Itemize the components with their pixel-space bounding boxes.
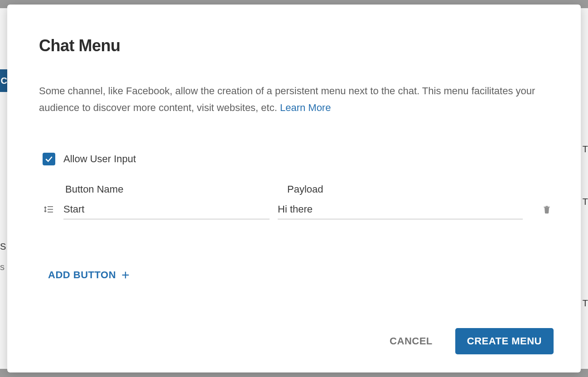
add-button-label: ADD BUTTON: [48, 269, 116, 281]
background-active-tab: C: [0, 69, 7, 92]
add-button-row: ADD BUTTON: [48, 269, 554, 281]
sort-icon: [43, 204, 54, 215]
allow-user-input-row: Allow User Input: [43, 153, 554, 165]
allow-user-input-label: Allow User Input: [63, 153, 136, 165]
fields-header-row: Button Name Payload: [65, 184, 554, 195]
add-button[interactable]: ADD BUTTON: [48, 269, 130, 281]
background-text-fragment: S: [0, 242, 6, 252]
modal-actions: CANCEL CREATE MENU: [39, 310, 554, 354]
modal-title: Chat Menu: [39, 36, 554, 55]
background-text-fragment: T: [583, 144, 588, 155]
create-menu-button[interactable]: CREATE MENU: [455, 328, 554, 354]
background-text-fragment: T: [583, 197, 588, 207]
background-text-fragment: T: [583, 298, 588, 309]
chat-menu-modal: Chat Menu Some channel, like Facebook, a…: [7, 5, 581, 372]
allow-user-input-checkbox[interactable]: [43, 153, 55, 165]
check-icon: [44, 155, 53, 164]
trash-icon: [542, 204, 551, 214]
delete-row-button[interactable]: [540, 203, 554, 216]
drag-handle[interactable]: [43, 203, 55, 216]
learn-more-link[interactable]: Learn More: [280, 102, 331, 113]
background-text-fragment: s: [0, 262, 5, 272]
plus-icon: [120, 270, 130, 280]
modal-description: Some channel, like Facebook, allow the c…: [39, 82, 554, 116]
payload-header: Payload: [287, 184, 554, 195]
button-name-header: Button Name: [65, 184, 274, 195]
button-name-input[interactable]: [63, 200, 270, 219]
cancel-button[interactable]: CANCEL: [390, 335, 433, 347]
menu-item-row: [43, 200, 554, 219]
payload-input[interactable]: [278, 200, 523, 219]
